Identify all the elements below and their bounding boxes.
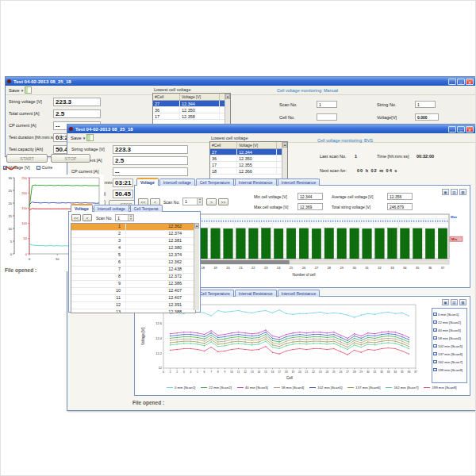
print-icon[interactable]: ▦ xyxy=(459,299,466,305)
table-row[interactable]: 1712.358 xyxy=(153,113,230,120)
table-row[interactable]: 212.374 xyxy=(71,231,195,238)
bar-cell-31 xyxy=(363,228,372,259)
table-scrollbar[interactable]: ▲ xyxy=(282,142,287,178)
table-row[interactable]: 1712.355 xyxy=(210,162,287,168)
field-value: 2.5 xyxy=(53,109,101,118)
tab-cell-temperature[interactable]: Cell Temperature xyxy=(196,290,234,297)
table-row[interactable]: 112.362 xyxy=(71,224,195,231)
save-dropdown-icon[interactable]: ▾ xyxy=(83,136,86,140)
string-no-field[interactable]: 1 xyxy=(415,101,436,108)
table-row[interactable]: 1112.407 xyxy=(71,295,195,302)
total-string-voltage-label: Total string voltage [V] xyxy=(332,205,370,209)
stepper-arrows-icon[interactable]: ▲▼ xyxy=(128,215,133,221)
checkbox-icon[interactable]: ✓ xyxy=(433,360,437,364)
tab-voltage[interactable]: Voltage xyxy=(136,178,159,186)
close-button[interactable]: ✕ xyxy=(466,79,474,85)
tab-intercell-resistance[interactable]: Intercell Resistance xyxy=(278,178,321,186)
scan-last-button[interactable]: >> xyxy=(218,198,228,205)
legend-entry[interactable]: ✓0 min [Scan1] xyxy=(433,310,466,318)
tab-intercell-voltage[interactable]: Intercell voltage xyxy=(94,205,129,212)
stop-button[interactable]: STOP xyxy=(51,154,90,163)
save-button[interactable]: Save xyxy=(9,88,20,93)
stepper-arrows-icon[interactable]: ▲▼ xyxy=(197,198,202,205)
scan-next-button[interactable]: > xyxy=(206,198,217,205)
save-dropdown-icon[interactable]: ▾ xyxy=(21,88,24,93)
table-row[interactable]: 3612.350 xyxy=(210,155,287,162)
svg-text:22: 22 xyxy=(312,370,315,374)
checkbox-icon[interactable]: ✓ xyxy=(433,313,437,317)
scroll-up-icon[interactable]: ▲ xyxy=(194,223,199,228)
legend-entry[interactable]: ✓102 min [Scan5] xyxy=(433,342,466,350)
legend-entry[interactable]: ✓137 min [Scan6] xyxy=(433,350,466,358)
checkbox-icon[interactable]: ✓ xyxy=(433,352,437,356)
lowest-cell-table[interactable]: #CellVoltage [V]2712.3443612.3501712.358… xyxy=(152,93,231,125)
legend-entry[interactable]: ✓162 min [Scan7] xyxy=(433,358,466,366)
titlebar[interactable]: Test 04-02-2013 08_25_18 _ □ ✕ xyxy=(6,77,475,86)
table-row[interactable]: 2712.344 xyxy=(210,149,287,155)
table-row[interactable]: 2712.344 xyxy=(153,101,230,107)
checkbox-icon[interactable]: ✓ xyxy=(433,321,437,324)
save-icon[interactable]: ▤ xyxy=(451,189,458,195)
table-row[interactable]: 512.374 xyxy=(71,252,195,259)
scan-no-stepper[interactable]: 1 ▲▼ xyxy=(115,214,134,221)
table-row[interactable]: 712.438 xyxy=(71,267,195,274)
export-icon[interactable] xyxy=(86,134,94,141)
start-button[interactable]: START xyxy=(6,154,48,163)
save-button[interactable]: Save xyxy=(71,136,82,140)
tab-cell-temperat[interactable]: Cell Temperat xyxy=(130,205,163,212)
table-row[interactable]: 412.380 xyxy=(71,245,195,252)
maximize-button[interactable]: □ xyxy=(457,79,465,85)
checkbox-icon[interactable]: ✓ xyxy=(433,368,437,372)
voltage-label: Voltage[V] xyxy=(377,115,397,120)
table-row[interactable]: 612.362 xyxy=(71,259,195,267)
minimize-button[interactable]: _ xyxy=(448,126,456,132)
tab-intercell-voltage[interactable]: Intercell voltage xyxy=(159,178,195,186)
tab-internal-resistance[interactable]: Internal Resistance xyxy=(235,290,277,297)
legend-entry[interactable]: ✓58 min [Scan4] xyxy=(433,334,466,342)
svg-text:200: 200 xyxy=(21,191,27,195)
cell-no-field[interactable] xyxy=(317,113,337,121)
legend-entry[interactable]: ✓40 min [Scan3] xyxy=(433,326,466,334)
titlebar[interactable]: Test 04-02-2013 08_25_18 _ □ ✕ xyxy=(67,125,475,133)
table-scrollbar[interactable]: ▲ xyxy=(225,94,230,124)
table-row[interactable]: 1212.391 xyxy=(71,302,195,309)
minimize-button[interactable]: _ xyxy=(448,79,456,85)
table-row[interactable]: 1312.388 xyxy=(71,309,195,313)
checkbox-icon[interactable]: ✓ xyxy=(36,166,40,170)
scan-prev-button[interactable]: < xyxy=(83,214,92,221)
table-row[interactable]: 3612.350 xyxy=(153,107,230,113)
export-icon[interactable] xyxy=(25,86,32,94)
copy-icon[interactable]: ▣ xyxy=(442,189,449,195)
copy-icon[interactable]: ▣ xyxy=(442,299,449,305)
scroll-up-icon[interactable]: ▲ xyxy=(225,94,230,99)
checkbox-icon[interactable]: ✓ xyxy=(433,336,437,340)
table-row[interactable]: 312.381 xyxy=(71,238,195,245)
scan-no-field[interactable]: 1 xyxy=(317,101,337,108)
scroll-up-icon[interactable]: ▲ xyxy=(282,142,287,148)
table-row[interactable]: 912.386 xyxy=(71,281,195,288)
field-label: Test duration [hh:mm:ss] xyxy=(9,135,56,140)
scan-first-button[interactable]: << xyxy=(71,214,81,221)
scan-values-table[interactable]: 112.362212.374312.381412.380512.374612.3… xyxy=(71,223,196,313)
tab-cell-temperature[interactable]: Cell Temperature xyxy=(196,178,234,186)
maximize-button[interactable]: □ xyxy=(457,126,465,132)
legend-entry[interactable]: ✓22 min [Scan2] xyxy=(433,318,466,326)
checkbox-icon[interactable]: ✓ xyxy=(433,344,437,348)
cell-voltage: 12.391 xyxy=(125,302,185,309)
legend-entry[interactable]: ✓199 min [Scan8] xyxy=(433,366,466,374)
save-icon[interactable]: ▤ xyxy=(451,299,458,305)
chart-toolbar: ▣ ▤ ▦ xyxy=(442,299,466,305)
tab-intercell-resistance[interactable]: Intercell Resistance xyxy=(278,290,321,297)
checkbox-icon[interactable]: ✓ xyxy=(433,328,437,332)
close-button[interactable]: ✕ xyxy=(466,126,474,132)
table-scrollbar[interactable]: ▲ xyxy=(194,223,199,310)
tab-voltage[interactable]: Voltage xyxy=(71,204,93,212)
string-no-label: String No. xyxy=(377,102,396,107)
table-row[interactable]: 1012.407 xyxy=(71,288,195,295)
table-row[interactable]: 812.372 xyxy=(71,274,195,281)
table-row[interactable]: 1812.366 xyxy=(210,168,287,175)
lowest-cell-table[interactable]: #CellVoltage [V]2712.3443612.3501712.355… xyxy=(209,141,288,179)
print-icon[interactable]: ▦ xyxy=(459,189,466,195)
tab-internal-resistance[interactable]: Internal Resistance xyxy=(235,178,277,186)
voltage-field[interactable]: 0.000 xyxy=(415,113,439,121)
